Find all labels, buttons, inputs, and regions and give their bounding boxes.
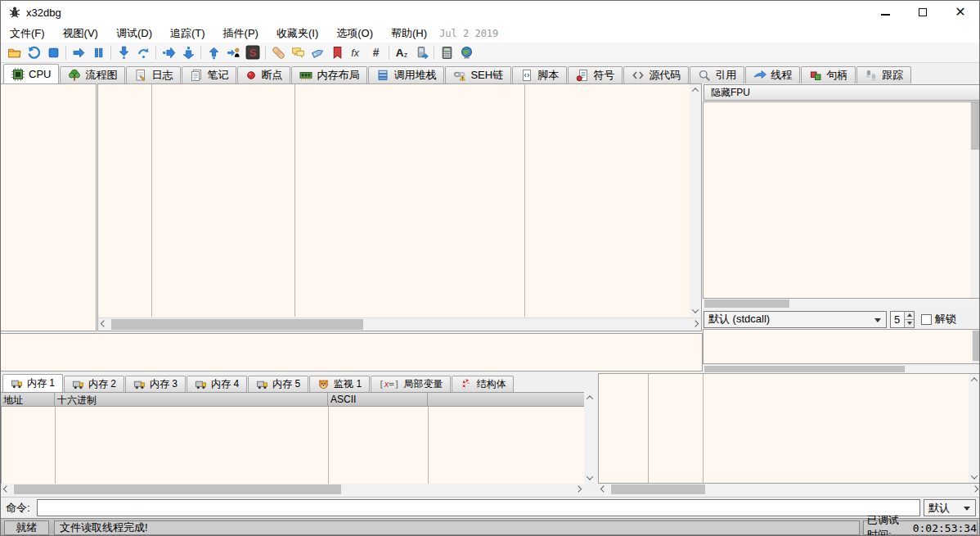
menu-help[interactable]: 帮助(H) <box>382 24 436 43</box>
step-over-button[interactable] <box>133 43 153 61</box>
column-header-hex[interactable]: 十六进制 <box>55 393 328 406</box>
arguments-view[interactable] <box>703 329 980 364</box>
tab-handles[interactable]: 句柄 <box>801 66 856 83</box>
step-into-button[interactable] <box>114 43 133 61</box>
run-button[interactable] <box>69 43 88 61</box>
tab-struct[interactable]: 结构体 <box>452 376 514 392</box>
scylla-button[interactable]: S <box>243 43 263 61</box>
scroll-thumb[interactable] <box>111 319 363 330</box>
arguments-vertical-scrollbar[interactable] <box>972 330 980 363</box>
comments-button[interactable] <box>288 43 308 61</box>
strings-button[interactable]: Az <box>392 43 411 61</box>
scroll-track[interactable] <box>584 403 596 472</box>
disasm-horizontal-scrollbar[interactable] <box>98 318 701 331</box>
open-file-button[interactable] <box>4 43 24 61</box>
tab-dump-3[interactable]: 内存 3 <box>125 376 186 392</box>
dump-horizontal-scrollbar[interactable] <box>1 484 584 496</box>
dump-vertical-scrollbar[interactable] <box>584 392 596 484</box>
scroll-track[interactable] <box>972 330 980 363</box>
stack-body[interactable] <box>598 373 980 484</box>
scroll-up-button[interactable] <box>584 392 596 403</box>
dump-body[interactable] <box>1 407 584 484</box>
scroll-left-button[interactable] <box>598 484 609 496</box>
column-header-extra[interactable] <box>428 393 584 406</box>
disasm-vertical-scrollbar[interactable] <box>690 84 701 317</box>
scroll-track[interactable] <box>690 96 701 305</box>
scroll-track[interactable] <box>703 299 980 309</box>
scroll-thumb[interactable] <box>611 484 705 494</box>
scroll-up-button[interactable] <box>969 374 980 385</box>
animate-over-button[interactable] <box>178 43 198 61</box>
tab-source[interactable]: 源代码 <box>623 66 689 83</box>
close-button[interactable]: ✕ <box>942 1 979 24</box>
scroll-track[interactable] <box>969 385 980 471</box>
tab-log[interactable]: 日志 <box>126 66 181 83</box>
tab-watch-1[interactable]: 监视 1 <box>309 376 370 392</box>
scroll-right-button[interactable] <box>690 318 701 331</box>
scroll-down-button[interactable] <box>690 305 701 317</box>
command-input[interactable] <box>37 499 920 516</box>
scroll-up-button[interactable] <box>690 84 701 96</box>
menu-options[interactable]: 选项(O) <box>327 24 382 43</box>
arg-count-spinner[interactable]: 5 <box>890 311 915 328</box>
stack-horizontal-scrollbar[interactable] <box>598 484 980 496</box>
cpu-sidebar-pane[interactable] <box>1 83 97 331</box>
scroll-right-button[interactable] <box>573 484 584 496</box>
menu-view[interactable]: 视图(V) <box>54 24 107 43</box>
globe-button[interactable] <box>456 43 476 61</box>
disassembly-pane[interactable] <box>97 83 702 331</box>
hide-fpu-button[interactable]: 隐藏FPU <box>704 84 980 101</box>
scroll-left-button[interactable] <box>1 484 12 496</box>
scroll-down-button[interactable] <box>969 471 980 483</box>
scroll-track[interactable] <box>970 102 980 298</box>
tab-dump-1[interactable]: 内存 1 <box>2 374 63 392</box>
tab-script[interactable]: 脚本 <box>512 66 567 83</box>
tab-breakpoints[interactable]: 断点 <box>237 66 290 83</box>
unlock-checkbox[interactable] <box>921 314 932 325</box>
animate-into-button[interactable] <box>159 43 178 61</box>
minimize-button[interactable] <box>866 1 904 24</box>
patches-button[interactable] <box>268 43 288 61</box>
menu-favourites[interactable]: 收藏夹(I) <box>267 24 327 43</box>
info-box[interactable] <box>1 333 703 372</box>
tab-call-stack[interactable]: 调用堆栈 <box>368 66 444 83</box>
labels-button[interactable] <box>308 43 327 61</box>
registers-horizontal-scrollbar[interactable] <box>703 299 980 309</box>
registers-vertical-scrollbar[interactable] <box>970 102 980 298</box>
scroll-thumb[interactable] <box>704 366 905 372</box>
tab-graph[interactable]: 流程图 <box>60 66 125 83</box>
scroll-thumb[interactable] <box>704 300 789 308</box>
menu-debug[interactable]: 调试(D) <box>107 24 161 43</box>
spin-up-button[interactable] <box>905 312 914 319</box>
spin-down-button[interactable] <box>905 319 914 327</box>
tab-memory-map[interactable]: 内存布局 <box>291 66 367 83</box>
restart-button[interactable] <box>24 43 43 61</box>
scroll-left-button[interactable] <box>98 318 110 331</box>
functions-button[interactable]: fx <box>347 43 366 61</box>
maximize-button[interactable] <box>904 1 942 24</box>
scroll-thumb[interactable] <box>971 102 979 150</box>
tab-locals[interactable]: [x=]局部变量 <box>371 376 451 392</box>
tab-dump-2[interactable]: 内存 2 <box>64 376 124 392</box>
tab-symbols[interactable]: 符号 <box>568 66 623 83</box>
tab-dump-4[interactable]: 内存 4 <box>187 376 247 392</box>
tab-dump-5[interactable]: 内存 5 <box>248 376 308 392</box>
menu-file[interactable]: 文件(F) <box>1 24 54 43</box>
modules-button[interactable] <box>411 43 431 61</box>
menu-trace[interactable]: 追踪(T) <box>161 24 214 43</box>
stack-vertical-scrollbar[interactable] <box>969 374 980 483</box>
registers-view[interactable] <box>703 101 980 299</box>
calling-convention-dropdown[interactable]: 默认 (stdcall) <box>704 311 887 328</box>
tab-seh[interactable]: SEH链 <box>445 66 511 83</box>
scroll-thumb[interactable] <box>973 331 979 361</box>
pause-button[interactable] <box>88 43 108 61</box>
scroll-track[interactable] <box>110 318 690 331</box>
menu-plugins[interactable]: 插件(P) <box>214 24 267 43</box>
tab-trace[interactable]: 跟踪 <box>856 66 911 83</box>
command-profile-dropdown[interactable]: 默认 <box>924 499 976 516</box>
run-to-user-code-button[interactable] <box>223 43 243 61</box>
tab-cpu[interactable]: CPU <box>3 64 59 83</box>
column-header-address[interactable]: 地址 <box>1 393 55 406</box>
close-debuggee-button[interactable] <box>43 43 63 61</box>
calculator-button[interactable] <box>437 43 456 61</box>
